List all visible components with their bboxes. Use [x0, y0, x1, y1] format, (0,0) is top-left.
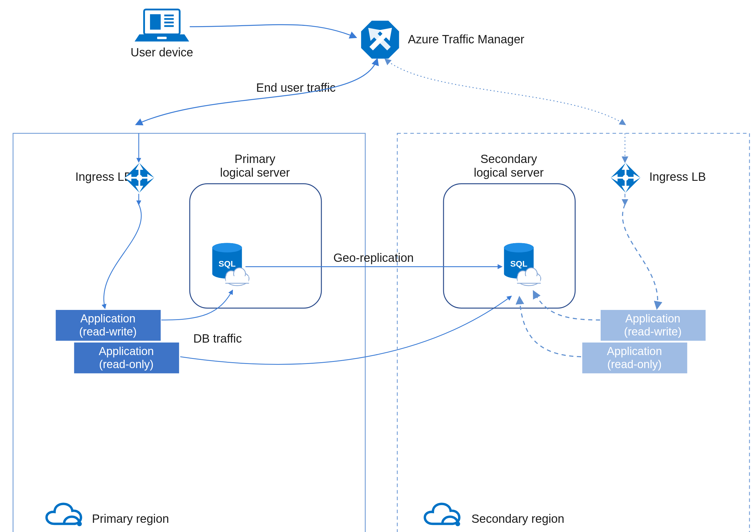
- secondary-app-ro-line1: Application: [607, 345, 662, 357]
- svg-rect-24: [226, 276, 249, 283]
- svg-point-27: [504, 243, 534, 252]
- edge-user-to-tm: [190, 25, 356, 38]
- primary-sql-db-icon: SQL: [212, 243, 249, 286]
- primary-logical-server-label-1: Primary: [235, 152, 275, 165]
- svg-text:SQL: SQL: [219, 259, 235, 268]
- secondary-region-cloud-icon: [425, 504, 460, 526]
- primary-region-label: Primary region: [92, 512, 169, 525]
- primary-ingress-lb-icon: [124, 163, 154, 193]
- edge-secondary-lb-to-app: [623, 205, 658, 308]
- user-device-label: User device: [131, 46, 193, 59]
- primary-logical-server-label-2: logical server: [220, 166, 290, 179]
- architecture-diagram: User device Azure Traffic Manager End us…: [0, 0, 756, 532]
- secondary-app-ro-line2: (read-only): [607, 358, 662, 370]
- primary-region-cloud-icon: [47, 504, 82, 526]
- edge-tm-to-secondary-lb: [385, 59, 625, 125]
- svg-text:SQL: SQL: [510, 259, 527, 268]
- secondary-app-rw-line2: (read-write): [624, 325, 682, 338]
- traffic-manager-icon: [361, 21, 399, 59]
- svg-point-43: [455, 521, 460, 526]
- primary-app-ro-line1: Application: [99, 345, 153, 357]
- user-device-icon: [135, 10, 189, 41]
- edge-app-ro-to-secondary-sql: [180, 296, 511, 364]
- edge-secondary-app-ro-to-sql: [520, 297, 581, 357]
- svg-rect-32: [518, 276, 540, 283]
- secondary-logical-server-label-1: Secondary: [480, 152, 537, 165]
- secondary-region-label: Secondary region: [472, 512, 564, 525]
- primary-ingress-lb-label: Ingress LB: [75, 170, 132, 183]
- svg-point-25: [77, 521, 82, 526]
- edge-primary-lb-to-app: [104, 205, 141, 308]
- geo-replication-label: Geo-replication: [333, 251, 414, 264]
- primary-app-rw-line2: (read-write): [79, 325, 137, 338]
- traffic-manager-label: Azure Traffic Manager: [408, 33, 524, 46]
- secondary-app-rw-line1: Application: [625, 312, 680, 325]
- svg-rect-1: [150, 14, 161, 30]
- end-user-traffic-label: End user traffic: [256, 81, 336, 94]
- svg-rect-0: [144, 10, 180, 35]
- secondary-ingress-lb-label: Ingress LB: [649, 170, 706, 183]
- secondary-ingress-lb-icon: [611, 163, 640, 193]
- primary-app-rw-line1: Application: [80, 312, 135, 325]
- secondary-sql-db-icon: SQL: [504, 243, 541, 286]
- primary-logical-server-box: [190, 184, 321, 308]
- svg-rect-6: [157, 37, 167, 39]
- svg-point-19: [212, 243, 242, 252]
- db-traffic-label: DB traffic: [193, 332, 242, 345]
- primary-app-ro-line2: (read-only): [99, 358, 153, 370]
- secondary-logical-server-label-2: logical server: [474, 166, 544, 179]
